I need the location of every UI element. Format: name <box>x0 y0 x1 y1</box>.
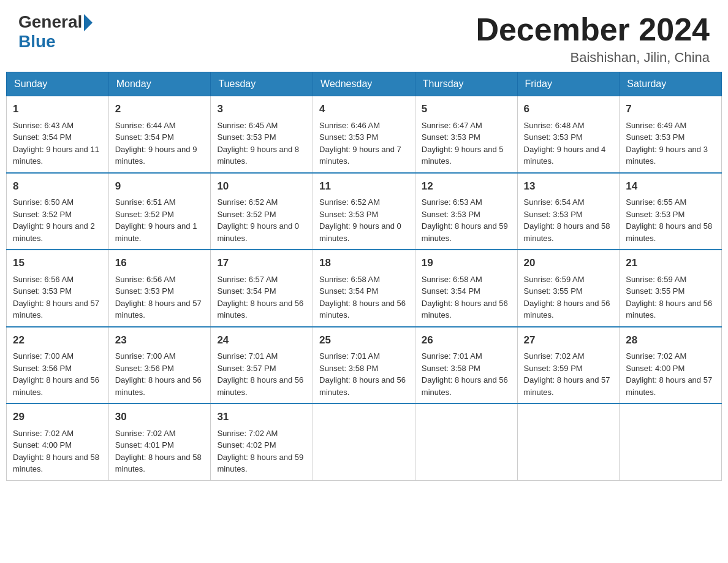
day-number: 18 <box>319 255 409 271</box>
logo-area: General Blue <box>18 12 93 52</box>
day-number: 29 <box>13 409 102 425</box>
location-subtitle: Baishishan, Jilin, China <box>476 50 710 66</box>
day-info: Sunrise: 7:02 AMSunset: 4:02 PMDaylight:… <box>217 429 303 474</box>
day-info: Sunrise: 6:45 AMSunset: 3:53 PMDaylight:… <box>217 121 299 166</box>
day-info: Sunrise: 7:00 AMSunset: 3:56 PMDaylight:… <box>115 351 202 397</box>
day-number: 13 <box>524 178 613 194</box>
day-info: Sunrise: 6:59 AMSunset: 3:55 PMDaylight:… <box>626 275 712 320</box>
day-number: 5 <box>422 101 511 117</box>
table-row: 5 Sunrise: 6:47 AMSunset: 3:53 PMDayligh… <box>415 96 517 173</box>
calendar-table: Sunday Monday Tuesday Wednesday Thursday… <box>6 72 722 481</box>
title-area: December 2024 Baishishan, Jilin, China <box>476 12 710 66</box>
table-row: 22 Sunrise: 7:00 AMSunset: 3:56 PMDaylig… <box>7 327 109 404</box>
header-friday: Friday <box>517 72 620 96</box>
table-row: 30 Sunrise: 7:02 AMSunset: 4:01 PMDaylig… <box>108 404 211 480</box>
weekday-header-row: Sunday Monday Tuesday Wednesday Thursday… <box>7 72 722 96</box>
table-row: 21 Sunrise: 6:59 AMSunset: 3:55 PMDaylig… <box>620 250 722 327</box>
table-row: 3 Sunrise: 6:45 AMSunset: 3:53 PMDayligh… <box>211 96 313 173</box>
table-row: 27 Sunrise: 7:02 AMSunset: 3:59 PMDaylig… <box>517 327 620 404</box>
table-row <box>620 404 722 480</box>
day-info: Sunrise: 7:00 AMSunset: 3:56 PMDaylight:… <box>13 351 99 397</box>
day-number: 1 <box>13 101 102 117</box>
day-number: 2 <box>115 101 205 117</box>
page-header: General Blue December 2024 Baishishan, J… <box>0 0 728 72</box>
table-row: 11 Sunrise: 6:52 AMSunset: 3:53 PMDaylig… <box>313 173 415 250</box>
table-row: 26 Sunrise: 7:01 AMSunset: 3:58 PMDaylig… <box>415 327 517 404</box>
day-number: 7 <box>626 101 715 117</box>
table-row: 1 Sunrise: 6:43 AMSunset: 3:54 PMDayligh… <box>7 96 109 173</box>
table-row: 15 Sunrise: 6:56 AMSunset: 3:53 PMDaylig… <box>7 250 109 327</box>
table-row: 18 Sunrise: 6:58 AMSunset: 3:54 PMDaylig… <box>313 250 415 327</box>
table-row: 19 Sunrise: 6:58 AMSunset: 3:54 PMDaylig… <box>415 250 517 327</box>
day-number: 20 <box>524 255 613 271</box>
day-number: 16 <box>115 255 205 271</box>
table-row: 13 Sunrise: 6:54 AMSunset: 3:53 PMDaylig… <box>517 173 620 250</box>
table-row: 9 Sunrise: 6:51 AMSunset: 3:52 PMDayligh… <box>108 173 211 250</box>
table-row: 16 Sunrise: 6:56 AMSunset: 3:53 PMDaylig… <box>108 250 211 327</box>
day-number: 21 <box>626 255 715 271</box>
day-number: 30 <box>115 409 205 425</box>
table-row: 8 Sunrise: 6:50 AMSunset: 3:52 PMDayligh… <box>7 173 109 250</box>
table-row: 28 Sunrise: 7:02 AMSunset: 4:00 PMDaylig… <box>620 327 722 404</box>
table-row: 14 Sunrise: 6:55 AMSunset: 3:53 PMDaylig… <box>620 173 722 250</box>
table-row: 23 Sunrise: 7:00 AMSunset: 3:56 PMDaylig… <box>108 327 211 404</box>
day-info: Sunrise: 6:55 AMSunset: 3:53 PMDaylight:… <box>626 197 712 243</box>
table-row: 17 Sunrise: 6:57 AMSunset: 3:54 PMDaylig… <box>211 250 313 327</box>
table-row: 6 Sunrise: 6:48 AMSunset: 3:53 PMDayligh… <box>517 96 620 173</box>
day-info: Sunrise: 6:50 AMSunset: 3:52 PMDaylight:… <box>13 197 95 243</box>
day-info: Sunrise: 6:53 AMSunset: 3:53 PMDaylight:… <box>422 197 508 243</box>
table-row: 20 Sunrise: 6:59 AMSunset: 3:55 PMDaylig… <box>517 250 620 327</box>
day-number: 26 <box>422 332 511 348</box>
table-row <box>415 404 517 480</box>
table-row: 7 Sunrise: 6:49 AMSunset: 3:53 PMDayligh… <box>620 96 722 173</box>
day-number: 23 <box>115 332 205 348</box>
calendar-week-row: 22 Sunrise: 7:00 AMSunset: 3:56 PMDaylig… <box>7 327 722 404</box>
header-thursday: Thursday <box>415 72 517 96</box>
header-sunday: Sunday <box>7 72 109 96</box>
day-number: 11 <box>319 178 409 194</box>
day-info: Sunrise: 6:56 AMSunset: 3:53 PMDaylight:… <box>13 275 99 320</box>
day-number: 9 <box>115 178 205 194</box>
logo-general-text: General <box>18 12 82 32</box>
table-row <box>313 404 415 480</box>
day-number: 27 <box>524 332 613 348</box>
day-number: 25 <box>319 332 409 348</box>
day-info: Sunrise: 6:44 AMSunset: 3:54 PMDaylight:… <box>115 121 197 166</box>
day-info: Sunrise: 6:43 AMSunset: 3:54 PMDaylight:… <box>13 121 99 166</box>
day-number: 4 <box>319 101 409 117</box>
day-info: Sunrise: 6:58 AMSunset: 3:54 PMDaylight:… <box>319 275 406 320</box>
table-row: 29 Sunrise: 7:02 AMSunset: 4:00 PMDaylig… <box>7 404 109 480</box>
day-number: 28 <box>626 332 715 348</box>
table-row: 31 Sunrise: 7:02 AMSunset: 4:02 PMDaylig… <box>211 404 313 480</box>
day-info: Sunrise: 6:49 AMSunset: 3:53 PMDaylight:… <box>626 121 708 166</box>
day-number: 8 <box>13 178 102 194</box>
day-number: 19 <box>422 255 511 271</box>
day-number: 15 <box>13 255 102 271</box>
header-wednesday: Wednesday <box>313 72 415 96</box>
header-tuesday: Tuesday <box>211 72 313 96</box>
day-number: 14 <box>626 178 715 194</box>
day-info: Sunrise: 6:54 AMSunset: 3:53 PMDaylight:… <box>524 197 610 243</box>
logo-blue-text: Blue <box>18 32 56 51</box>
day-info: Sunrise: 7:02 AMSunset: 3:59 PMDaylight:… <box>524 351 610 397</box>
day-info: Sunrise: 6:52 AMSunset: 3:53 PMDaylight:… <box>319 197 401 243</box>
day-info: Sunrise: 7:02 AMSunset: 4:00 PMDaylight:… <box>13 429 99 474</box>
day-info: Sunrise: 6:46 AMSunset: 3:53 PMDaylight:… <box>319 121 401 166</box>
day-number: 12 <box>422 178 511 194</box>
day-info: Sunrise: 7:01 AMSunset: 3:57 PMDaylight:… <box>217 351 303 397</box>
day-info: Sunrise: 7:02 AMSunset: 4:01 PMDaylight:… <box>115 429 202 474</box>
day-number: 3 <box>217 101 306 117</box>
day-info: Sunrise: 6:57 AMSunset: 3:54 PMDaylight:… <box>217 275 303 320</box>
day-number: 22 <box>13 332 102 348</box>
logo-arrow-icon <box>84 14 93 31</box>
calendar-week-row: 8 Sunrise: 6:50 AMSunset: 3:52 PMDayligh… <box>7 173 722 250</box>
header-monday: Monday <box>108 72 211 96</box>
day-info: Sunrise: 6:58 AMSunset: 3:54 PMDaylight:… <box>422 275 508 320</box>
day-info: Sunrise: 6:59 AMSunset: 3:55 PMDaylight:… <box>524 275 610 320</box>
day-info: Sunrise: 6:47 AMSunset: 3:53 PMDaylight:… <box>422 121 504 166</box>
calendar-week-row: 15 Sunrise: 6:56 AMSunset: 3:53 PMDaylig… <box>7 250 722 327</box>
day-info: Sunrise: 7:01 AMSunset: 3:58 PMDaylight:… <box>319 351 406 397</box>
day-number: 31 <box>217 409 306 425</box>
day-info: Sunrise: 6:48 AMSunset: 3:53 PMDaylight:… <box>524 121 606 166</box>
calendar-week-row: 29 Sunrise: 7:02 AMSunset: 4:00 PMDaylig… <box>7 404 722 480</box>
